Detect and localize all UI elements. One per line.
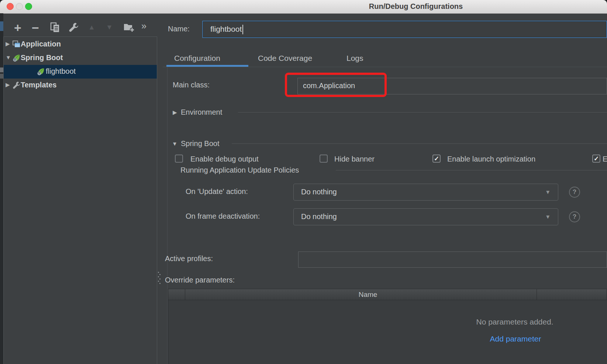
main-class-label: Main class: [173,81,210,89]
chevron-down-icon: ▼ [545,189,551,195]
checkmark-icon: ✓ [594,155,599,162]
templates-wrench-icon [13,81,21,89]
column-divider [537,289,537,300]
main-class-input[interactable]: com.Application [297,78,607,94]
update-policies-title: Running Application Update Policies [180,166,299,174]
environment-section-label[interactable]: Environment [181,108,222,117]
active-profiles-input[interactable] [298,252,607,268]
question-mark: ? [573,213,576,220]
checkbox-hide-banner[interactable] [320,155,328,163]
add-configuration-icon[interactable]: + [14,21,21,35]
tree-item-label: Spring Boot [21,53,63,62]
move-down-icon[interactable]: ▼ [106,23,113,31]
divider [336,170,607,170]
divider [238,112,607,112]
splitter-grip[interactable] [159,274,161,275]
splitter-grip[interactable] [159,278,161,280]
checkbox-enable-launch-optimization[interactable]: ✓ [432,155,441,163]
on-update-action-label: On 'Update' action: [186,187,248,196]
divider [167,67,168,364]
column-divider [185,289,185,300]
edit-defaults-wrench-icon[interactable] [69,22,79,32]
checkbox-label[interactable]: E [603,155,607,163]
collapse-arrow-icon[interactable]: ▼ [6,54,11,60]
background-notch [0,74,3,79]
checkbox-label[interactable]: Enable launch optimization [447,155,535,163]
chevron-down-icon: ▼ [545,214,551,220]
new-folder-icon[interactable] [123,22,135,32]
checkbox-truncated[interactable]: ✓ [592,155,600,163]
tree-item-label: Application [21,40,61,48]
on-frame-deactivation-dropdown[interactable]: Do nothing ▼ [293,208,558,225]
name-column-header: Name [331,291,405,299]
question-mark: ? [573,188,576,195]
tab-code-coverage[interactable]: Code Coverage [258,54,312,63]
splitter-grip[interactable] [158,272,159,273]
tree-item-spring-boot[interactable]: ▼ Spring Boot [4,51,157,65]
on-frame-deactivation-label: On frame deactivation: [186,212,260,221]
spring-boot-collapse-arrow-icon[interactable]: ▼ [172,141,177,147]
parameters-table-body [168,300,607,364]
expand-arrow-icon[interactable]: ▶ [6,82,10,88]
window-title: Run/Debug Configurations [361,2,471,11]
spring-boot-icon [37,67,45,76]
tree-item-templates[interactable]: ▶ Templates [4,79,157,92]
checkbox-label[interactable]: Enable debug output [190,155,259,163]
copy-configuration-icon[interactable] [50,22,60,33]
run-debug-configurations-dialog: Run/Debug Configurations + − ▲ ▼ » ▶ [0,0,607,364]
spring-boot-icon [13,54,21,62]
name-input[interactable]: flightboot [202,21,607,38]
name-input-value: flightboot [210,25,242,33]
spring-boot-section-label[interactable]: Spring Boot [181,139,220,148]
application-icon [13,40,21,48]
add-parameter-link[interactable]: Add parameter [479,334,552,343]
minimize-button[interactable] [16,3,23,10]
divider [163,67,607,67]
splitter-grip[interactable] [158,281,159,282]
on-update-action-dropdown[interactable]: Do nothing ▼ [293,184,558,201]
dropdown-value: Do nothing [301,212,337,221]
active-profiles-label: Active profiles: [165,254,213,263]
empty-table-message: No parameters added. [459,318,570,326]
expand-arrow-icon[interactable]: ▶ [6,41,10,47]
tree-item-flightboot-selected[interactable]: flightboot [4,65,157,79]
parameters-table-header: Name [168,289,607,300]
dropdown-value: Do nothing [301,188,337,196]
tree-item-label: flightboot [46,67,76,76]
titlebar: Run/Debug Configurations [0,0,607,14]
divider [232,143,607,144]
tab-configuration[interactable]: Configuration [174,54,220,63]
window-left-edge [0,13,3,364]
help-icon[interactable]: ? [569,211,580,222]
checkmark-icon: ✓ [434,155,439,162]
splitter-grip[interactable] [159,283,161,284]
configurations-tree: ▶ Application ▼ Spring Boot [3,37,157,364]
move-up-icon[interactable]: ▲ [88,23,95,31]
main-class-value: com.Application [303,82,355,90]
more-actions-icon[interactable]: » [141,21,146,31]
override-parameters-label: Override parameters: [165,276,235,284]
tab-logs[interactable]: Logs [346,54,363,63]
remove-configuration-icon[interactable]: − [32,21,39,35]
close-button[interactable] [7,3,14,10]
splitter-grip[interactable] [158,276,159,277]
help-icon[interactable]: ? [569,187,580,198]
environment-expand-arrow-icon[interactable]: ▶ [173,109,177,116]
checkbox-label[interactable]: Hide banner [334,155,375,163]
text-caret [242,25,243,34]
name-field-label: Name: [168,25,190,33]
background-notch [0,21,3,31]
zoom-button[interactable] [25,3,32,10]
checkbox-enable-debug-output[interactable] [175,155,183,163]
tree-item-label: Templates [21,81,56,89]
tree-item-application[interactable]: ▶ Application [4,38,157,51]
background-notch [0,67,3,72]
